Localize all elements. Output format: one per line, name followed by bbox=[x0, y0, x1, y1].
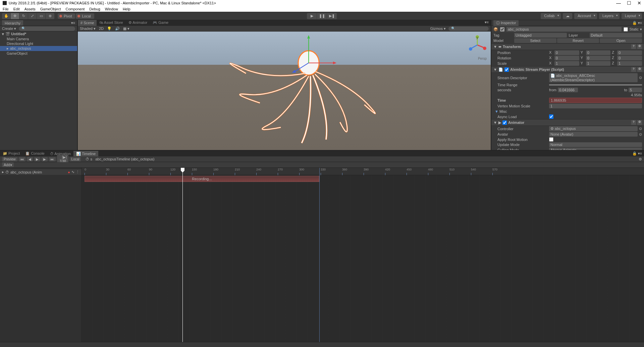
timeline-canvas[interactable]: 0306090120150180210240270300330360390420… bbox=[82, 168, 644, 342]
revert-button[interactable]: Revert bbox=[557, 38, 599, 43]
pause-button[interactable]: ❚❚ bbox=[317, 13, 327, 19]
hierarchy-tab[interactable]: Hierarchy bbox=[2, 20, 23, 26]
audio-toggle[interactable]: 🔊 bbox=[115, 27, 120, 31]
avatar-field[interactable]: None (Avatar) bbox=[549, 132, 638, 137]
layout-dropdown[interactable]: Layout bbox=[622, 13, 642, 19]
close-button[interactable]: ✕ bbox=[637, 0, 641, 6]
menu-file[interactable]: File bbox=[3, 7, 9, 11]
from-field[interactable]: 0.041666 bbox=[558, 88, 578, 92]
next-frame-button[interactable]: ▶ bbox=[42, 157, 48, 161]
rotate-tool[interactable]: ↻ bbox=[19, 13, 28, 19]
scale-tool[interactable]: ⤢ bbox=[28, 13, 37, 19]
select-button[interactable]: Select bbox=[514, 38, 556, 43]
scl-x[interactable]: 1 bbox=[554, 61, 579, 66]
menu-debug[interactable]: Debug bbox=[89, 7, 100, 11]
object-name-field[interactable]: abc_octopus bbox=[506, 27, 622, 32]
hierarchy-search[interactable]: 🔍 bbox=[19, 27, 75, 31]
async-load-checkbox[interactable] bbox=[549, 114, 553, 119]
menu-assets[interactable]: Assets bbox=[24, 7, 36, 11]
help-icon[interactable]: ? bbox=[631, 44, 636, 49]
tab-assetstore[interactable]: 🛍 Asset Store bbox=[97, 20, 125, 26]
hierarchy-item-light[interactable]: Directional Light bbox=[0, 41, 77, 46]
hierarchy-item-octopus[interactable]: ▸abc_octopus bbox=[0, 46, 77, 51]
to-field[interactable]: 5 bbox=[629, 88, 642, 92]
animator-component[interactable]: ▼▶ Animator ? ⚙ bbox=[491, 119, 644, 126]
culling-mode-dropdown[interactable]: Always Animate bbox=[549, 148, 642, 150]
menu-help[interactable]: Help bbox=[123, 7, 130, 11]
active-checkbox[interactable] bbox=[500, 27, 504, 32]
menu-gameobject[interactable]: GameObject bbox=[40, 7, 61, 11]
timeline-settings-icon[interactable]: ⚙ bbox=[639, 157, 642, 161]
rect-tool[interactable]: ▭ bbox=[37, 13, 46, 19]
tab-timeline[interactable]: 📊 Timeline bbox=[73, 151, 98, 156]
root-motion-checkbox[interactable] bbox=[549, 137, 553, 142]
step-button[interactable]: ▶❚ bbox=[327, 13, 337, 19]
alembic-enabled[interactable] bbox=[504, 67, 509, 72]
tab-scene[interactable]: # Scene bbox=[78, 20, 97, 26]
tab-game[interactable]: 🎮 Game bbox=[150, 20, 171, 26]
scene-root[interactable]: ▾🎬 Untitled* bbox=[0, 32, 77, 37]
tag-dropdown[interactable]: Untagged bbox=[514, 33, 567, 38]
move-tool[interactable]: ✥ bbox=[11, 13, 19, 19]
timeline-scrollbar[interactable] bbox=[0, 342, 644, 347]
create-dropdown[interactable]: Create ▾ bbox=[2, 27, 16, 31]
prev-frame-button[interactable]: ◀ bbox=[27, 157, 33, 161]
tab-console[interactable]: 📋 Console bbox=[22, 151, 47, 156]
goto-start-button[interactable]: ⏮ bbox=[19, 157, 25, 161]
pos-x[interactable]: 0 bbox=[554, 50, 579, 55]
tab-animator[interactable]: ⚙ Animator bbox=[126, 20, 150, 26]
hand-tool[interactable]: ✋ bbox=[2, 13, 11, 19]
inspector-tab[interactable]: ⓘ Inspector bbox=[493, 20, 519, 26]
playhead[interactable] bbox=[182, 168, 183, 342]
2d-toggle[interactable]: 2D bbox=[99, 27, 104, 31]
static-checkbox[interactable] bbox=[624, 27, 628, 32]
vertex-motion-field[interactable]: 1 bbox=[549, 104, 642, 108]
gizmos-dropdown[interactable]: Gizmos ▾ bbox=[430, 27, 446, 31]
controller-field[interactable]: ⚙ abc_octopus bbox=[549, 126, 638, 131]
record-icon[interactable]: ● bbox=[68, 170, 70, 174]
transform-component[interactable]: ▼⬌ Transform ? ⚙ bbox=[491, 43, 644, 50]
scl-y[interactable]: 1 bbox=[586, 61, 611, 66]
object-picker-icon[interactable]: ⊙ bbox=[639, 76, 642, 80]
update-mode-dropdown[interactable]: Normal bbox=[549, 142, 642, 147]
curves-icon[interactable]: ∿ bbox=[71, 170, 74, 174]
object-picker-icon[interactable]: ⊙ bbox=[639, 132, 642, 137]
goto-end-button[interactable]: ⏭ bbox=[49, 157, 56, 161]
tab-animation[interactable]: ⏱ Animation bbox=[47, 151, 73, 156]
recording-clip[interactable]: Recording... bbox=[85, 176, 319, 182]
lighting-toggle[interactable]: 💡 bbox=[107, 27, 112, 31]
pos-y[interactable]: 0 bbox=[586, 50, 611, 55]
menu-edit[interactable]: Edit bbox=[13, 7, 20, 11]
hierarchy-item-gameobject[interactable]: GameObject bbox=[0, 51, 77, 56]
fx-toggle[interactable]: ▦ ▾ bbox=[123, 27, 129, 31]
panel-menu-icon[interactable]: 🔒 ▾≡ bbox=[632, 21, 642, 25]
scl-z[interactable]: 1 bbox=[617, 61, 642, 66]
settings-icon[interactable]: ⚙ bbox=[637, 120, 642, 125]
timeline-ruler[interactable]: 0306090120150180210240270300330360390420… bbox=[82, 168, 644, 175]
rot-x[interactable]: 0 bbox=[554, 56, 579, 60]
scene-view[interactable]: y Persp bbox=[78, 32, 491, 150]
help-icon[interactable]: ? bbox=[631, 67, 636, 72]
local-toggle[interactable]: Local bbox=[76, 13, 94, 19]
alembic-component[interactable]: ▼📄 Alembic Stream Player (Script) ? ⚙ bbox=[491, 66, 644, 73]
open-button[interactable]: Open bbox=[600, 38, 642, 43]
local-toggle[interactable]: Local bbox=[70, 157, 81, 161]
timeline-play-button[interactable]: ▶ bbox=[34, 157, 40, 161]
orientation-gizmo[interactable]: y bbox=[467, 35, 487, 55]
perspective-label[interactable]: Persp bbox=[478, 57, 487, 60]
time-field[interactable]: 1.866935 bbox=[549, 98, 642, 103]
range-end-marker[interactable] bbox=[319, 168, 320, 342]
add-track-button[interactable]: Add▾ bbox=[2, 162, 14, 167]
menu-window[interactable]: Window bbox=[105, 7, 118, 11]
pivot-toggle[interactable]: Pivot bbox=[58, 13, 75, 19]
transform-tool[interactable]: ⊕ bbox=[46, 13, 54, 19]
minimize-button[interactable]: — bbox=[616, 0, 621, 6]
maximize-button[interactable]: ☐ bbox=[627, 0, 631, 6]
panel-menu-icon[interactable]: ▾≡ bbox=[71, 21, 75, 25]
settings-icon[interactable]: ⚙ bbox=[637, 67, 642, 72]
tab-project[interactable]: 📁 Project bbox=[0, 151, 22, 156]
help-icon[interactable]: ? bbox=[631, 120, 636, 125]
animator-enabled[interactable] bbox=[502, 120, 507, 125]
scene-search[interactable]: 🔍 bbox=[448, 27, 489, 31]
cloud-icon[interactable]: ☁ bbox=[563, 13, 572, 19]
